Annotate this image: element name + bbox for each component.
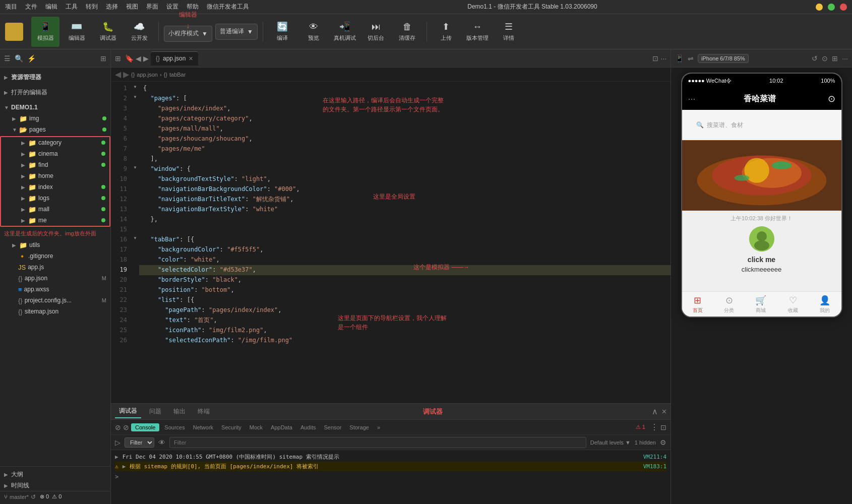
sidebar-toggle-icon[interactable]: ⊞ [115,54,121,62]
sidebar-item-open-editors[interactable]: ▶ 打开的编辑器 [0,87,110,98]
menu-help[interactable]: 帮助 [187,3,199,11]
fold-1[interactable]: ▼ [131,82,139,92]
fold-16[interactable]: ▼ [131,233,139,243]
sidebar-item-logs[interactable]: ▶ 📁 logs [1,193,109,204]
level-selector[interactable]: Default levels ▼ [590,439,631,446]
console-more-icon[interactable]: ⋮ [650,422,658,432]
detail-button[interactable]: ☰ 详情 [495,17,523,47]
warn-expand-icon[interactable]: ▶ [123,463,126,470]
sidebar-item-appjson[interactable]: {} app.json M [0,273,110,284]
sources-tab[interactable]: Sources [161,423,188,431]
switch-bg-button[interactable]: ⏭ 切后台 [362,17,390,47]
menu-edit[interactable]: 编辑 [45,3,57,11]
storage-tab[interactable]: Storage [346,423,372,431]
console-link-1[interactable]: VM211:4 [643,454,666,460]
phone-tab-favorite[interactable]: ♡ 收藏 [788,295,798,314]
sidebar-expand-icon[interactable]: ⊞ [100,54,106,62]
menu-bar[interactable]: 项目 文件 编辑 工具 转到 选择 视图 界面 设置 帮助 微信开发者工具 [5,3,249,11]
sidebar-item-appjs[interactable]: JS app.js [0,262,110,273]
phone-more-icon[interactable]: ··· [688,94,696,104]
menu-goto[interactable]: 转到 [86,3,98,11]
sidebar-item-timeline[interactable]: ▶ 时间线 [0,480,110,491]
sidebar-item-sitemap[interactable]: {} sitemap.json [0,306,110,317]
more-tabs[interactable]: » [374,423,383,431]
git-sync-icon[interactable]: ↺ [31,493,36,500]
sim-rotate-icon[interactable]: ⇌ [688,54,694,62]
sidebar-menu-icon[interactable]: ☰ [4,54,11,62]
cloud-button[interactable]: ☁️ 云开发 [125,17,153,47]
sidebar-item-index[interactable]: ▶ 📁 index [1,181,109,193]
compile-selector[interactable]: 普通编译 ▼ [215,24,258,40]
sensor-tab[interactable]: Sensor [321,423,344,431]
compile-button[interactable]: 🔄 编译 [268,17,296,47]
menu-tool[interactable]: 工具 [66,3,78,11]
sim-forward-icon[interactable]: ⊞ [832,54,838,62]
minimize-button[interactable] [816,4,823,11]
nav-back-icon[interactable]: ◀ [136,54,141,62]
fold-2[interactable]: ▼ [131,92,139,102]
tab-close-icon[interactable]: × [189,54,193,62]
phone-tab-mine[interactable]: 👤 我的 [819,295,830,314]
filter-run-icon[interactable]: ▷ [115,438,120,447]
close-button[interactable] [840,4,847,11]
sidebar-item-find[interactable]: ▶ 📁 find [1,159,109,170]
nav-forward-icon[interactable]: ▶ [143,54,149,62]
editor-button[interactable]: ⌨️ 编辑器 [63,17,91,47]
preview-button[interactable]: 👁 预览 [299,17,328,47]
menu-file[interactable]: 文件 [25,3,37,11]
bookmark-icon[interactable]: 🔖 [125,54,134,62]
sidebar-item-appwxss[interactable]: ≡ app.wxss [0,284,110,295]
sidebar-action-icon[interactable]: ⚡ [27,54,36,62]
settings-icon[interactable]: ⚙ [660,438,666,447]
mock-tab[interactable]: Mock [247,423,266,431]
console-stop-icon[interactable]: ⊘ [123,423,129,431]
sidebar-item-utils[interactable]: ▶ 📁 utils [0,239,110,250]
expand-icon[interactable]: ▶ [115,454,118,460]
editor-tab-appjson[interactable]: {} app.json × [151,51,198,66]
code-content[interactable]: { "pages": [ "pages/index/index", "pages… [139,82,671,403]
appdata-tab[interactable]: AppData [268,423,295,431]
sidebar-item-outline[interactable]: ▶ 大纲 [0,469,110,480]
sidebar-item-projectconfig[interactable]: {} project.config.js... M [0,295,110,306]
debugger-collapse-icon[interactable]: ∧ [652,407,658,416]
breadcrumb-back-icon[interactable]: ◀ [115,70,121,79]
phone-record-icon[interactable]: ⊙ [828,93,835,104]
debug-tab-issues[interactable]: 问题 [145,405,165,418]
sidebar-item-me[interactable]: ▶ 📁 me [1,215,109,226]
sidebar-item-gitignore[interactable]: 🔸 .gitignore [0,250,110,262]
sim-refresh-icon[interactable]: ↺ [812,54,818,62]
security-tab[interactable]: Security [218,423,245,431]
sidebar-search-icon[interactable]: 🔍 [15,54,23,62]
debug-tab-terminal[interactable]: 终端 [194,405,214,418]
sidebar-item-img[interactable]: ▶ 📁 img [0,113,110,124]
sidebar-item-cinema[interactable]: ▶ 📁 cinema [1,148,109,159]
debugger-close-icon[interactable]: × [662,407,666,416]
menu-project[interactable]: 项目 [5,3,17,11]
sidebar-item-category[interactable]: ▶ 📁 category [1,137,109,148]
clear-cache-button[interactable]: 🗑 清缓存 [393,17,421,47]
console-copy-icon[interactable]: ⊡ [660,423,666,431]
console-tab[interactable]: Console [131,423,159,431]
debug-tab-debugger[interactable]: 调试器 [115,405,141,418]
console-clear-icon[interactable]: ⊘ [115,423,121,431]
menu-interface[interactable]: 界面 [146,3,158,11]
audits-tab[interactable]: Audits [297,423,319,431]
split-editor-icon[interactable]: ⊡ [652,54,658,62]
sidebar-item-pages[interactable]: ▼ 📂 pages [0,124,110,135]
sidebar-item-mall[interactable]: ▶ 📁 mall [1,204,109,215]
menu-settings[interactable]: 设置 [166,3,178,11]
debug-tab-output[interactable]: 输出 [169,405,190,418]
maximize-button[interactable] [828,4,835,11]
more-icon[interactable]: ··· [660,54,666,62]
breadcrumb-forward-icon[interactable]: ▶ [123,70,129,79]
sidebar-item-resource-manager[interactable]: ▶ 资源管理器 [0,72,110,83]
phone-tab-mall[interactable]: 🛒 商城 [755,295,766,314]
device-selector[interactable]: iPhone 6/7/8 85% [698,54,749,63]
simulator-button[interactable]: 📱 模拟器 [31,17,59,47]
sim-capture-icon[interactable]: ⊙ [822,54,828,62]
network-tab[interactable]: Network [190,423,216,431]
phone-tab-category[interactable]: ⊙ 分类 [724,295,734,314]
fold-9[interactable]: ▼ [131,162,139,172]
menu-wechat-devtools[interactable]: 微信开发者工具 [207,3,249,11]
console-link-2[interactable]: VM183:1 [643,463,666,470]
